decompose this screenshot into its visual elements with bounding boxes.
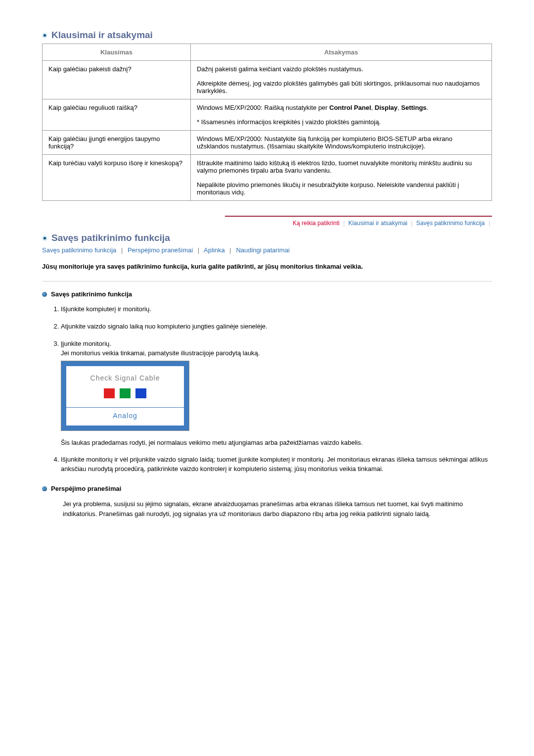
square-red-icon (104, 388, 115, 398)
qa-header-question: Klausimas (43, 44, 191, 61)
section2-heading: Savęs patikrinimo funkcija (42, 233, 492, 243)
color-squares (70, 388, 180, 401)
document-page: Klausimai ir atsakymai Klausimas Atsakym… (0, 0, 534, 555)
qa-row: Kaip turėčiau valyti korpuso išorę ir ki… (43, 155, 492, 201)
section1-heading: Klausimai ir atsakymai (42, 30, 492, 41)
text: . (427, 104, 429, 111)
link-separator: | (195, 246, 202, 254)
qa-answer-para: Windows ME/XP/2000: Raišką nustatykite p… (197, 104, 486, 111)
step-text: Jei monitorius veikia tinkamai, pamatysi… (61, 349, 260, 357)
section2-title: Savęs patikrinimo funkcija (51, 233, 170, 243)
screen-divider (66, 407, 184, 408)
subsec2-heading: Perspėjimo pranešimai (42, 485, 492, 492)
section2-links: Savęs patikrinimo funkcija | Perspėjimo … (42, 246, 492, 254)
section2-link[interactable]: Savęs patikrinimo funkcija (42, 246, 116, 254)
qa-header-row: Klausimas Atsakymas (43, 44, 492, 61)
bold: Display (375, 104, 398, 111)
bullet-icon (42, 33, 47, 38)
subsec1-heading: Savęs patikrinimo funkcija (42, 290, 492, 298)
square-green-icon (120, 388, 131, 398)
qa-answer: Dažnį pakeisti galima keičiant vaizdo pl… (190, 61, 491, 99)
step-item: Išjunkite monitorių ir vėl prijunkite va… (61, 455, 492, 474)
after-illustration-text: Šis laukas pradedamas rodyti, jei normal… (61, 438, 492, 448)
subsec2-paragraph: Jei yra problema, susijusi su įėjimo sig… (63, 499, 492, 519)
qa-row: Kaip galėčiau pakeisti dažnį? Dažnį pake… (43, 61, 492, 99)
qa-row: Kaip galėčiau įjungti energijos taupymo … (43, 131, 492, 155)
qa-question: Kaip galėčiau įjungti energijos taupymo … (43, 131, 191, 155)
subnav-item[interactable]: Ką reikia patikrinti (293, 220, 340, 227)
check-signal-text: Check Signal Cable (70, 373, 180, 383)
section2-link[interactable]: Naudingi patarimai (236, 246, 289, 254)
step-item: Išjunkite kompiuterį ir monitorių. (61, 305, 492, 314)
subnav-separator: | (341, 220, 347, 227)
link-separator: | (226, 246, 234, 254)
qa-question: Kaip galėčiau reguliuoti raišką? (43, 99, 191, 131)
qa-answer: Windows ME/XP/2000: Nustatykite šią funk… (190, 131, 491, 155)
section2-link[interactable]: Perspėjimo pranešimai (128, 246, 193, 254)
qa-question: Kaip turėčiau valyti korpuso išorę ir ki… (43, 155, 191, 201)
qa-answer-para: Nepalikite plovimo priemonės likučių ir … (197, 181, 486, 196)
monitor-illustration: Check Signal Cable Analog (61, 361, 492, 430)
step-item: Atjunkite vaizdo signalo laiką nuo kompi… (61, 322, 492, 331)
qa-answer-para: * Išsamesnės informacijos kreipkitės į v… (197, 118, 486, 126)
qa-answer-para: Windows ME/XP/2000: Nustatykite šią funk… (197, 135, 486, 150)
qa-question: Kaip galėčiau pakeisti dažnį? (43, 61, 191, 99)
step-text: Įjunkite monitorių. (61, 340, 111, 347)
section2-link[interactable]: Aplinka (204, 246, 225, 254)
monitor-screen: Check Signal Cable Analog (66, 366, 184, 425)
subsec1-title: Savęs patikrinimo funkcija (51, 290, 132, 298)
section2-intro: Jūsų monitoriuje yra savęs patikrinimo f… (42, 263, 492, 270)
qa-answer: Windows ME/XP/2000: Raišką nustatykite p… (190, 99, 491, 131)
text: Windows ME/XP/2000: Raišką nustatykite p… (197, 104, 329, 111)
qa-answer-para: Atkreipkite dėmesį, jog vaizdo plokštės … (197, 80, 486, 94)
subsec2-title: Perspėjimo pranešimai (51, 485, 121, 492)
subnav-item[interactable]: Savęs patikrinimo funkcija (416, 220, 485, 227)
qa-answer: Ištraukite maitinimo laido kištuką iš el… (190, 155, 491, 201)
secondary-nav: Ką reikia patikrinti | Klausimai ir atsa… (42, 216, 492, 227)
monitor-frame: Check Signal Cable Analog (61, 361, 189, 430)
square-blue-icon (135, 388, 146, 398)
section1-title: Klausimai ir atsakymai (51, 30, 153, 41)
bold: Settings (401, 104, 426, 111)
qa-row: Kaip galėčiau reguliuoti raišką? Windows… (43, 99, 492, 131)
qa-answer-para: Ištraukite maitinimo laido kištuką iš el… (197, 159, 486, 174)
subnav-separator: | (409, 220, 414, 227)
steps-list: Išjunkite kompiuterį ir monitorių. Atjun… (46, 305, 492, 474)
dot-icon (42, 486, 47, 491)
qa-table: Klausimas Atsakymas Kaip galėčiau pakeis… (42, 44, 492, 201)
bold: Control Panel (329, 104, 371, 111)
qa-answer-para: Dažnį pakeisti galima keičiant vaizdo pl… (197, 65, 486, 73)
dot-icon (42, 292, 47, 297)
qa-header-answer: Atsakymas (190, 44, 491, 61)
analog-text: Analog (70, 411, 180, 421)
bullet-icon (42, 236, 47, 241)
divider (42, 281, 492, 282)
subnav-separator: | (487, 220, 492, 227)
subnav-item[interactable]: Klausimai ir atsakymai (349, 220, 407, 227)
step-item: Įjunkite monitorių. Jei monitorius veiki… (61, 339, 492, 448)
link-separator: | (118, 246, 126, 254)
text: , (371, 104, 375, 111)
subnav-divider (225, 216, 492, 217)
